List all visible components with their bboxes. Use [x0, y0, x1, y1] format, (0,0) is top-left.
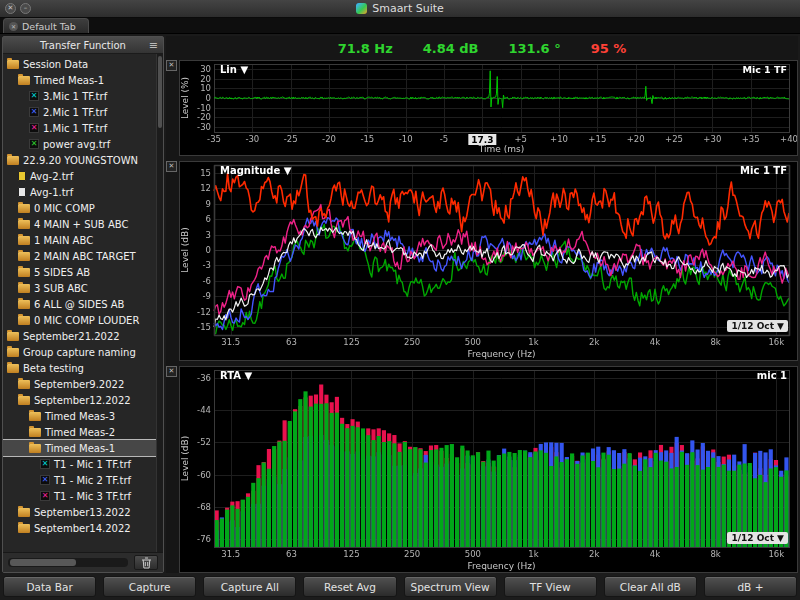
tree-item-label: 4 MAIN + SUB ABC — [34, 219, 128, 230]
tree-item[interactable]: Timed Meas-1 — [3, 72, 156, 88]
tree-item[interactable]: 5 SIDES AB — [3, 264, 156, 280]
window-controls: ✕ – — [5, 3, 31, 14]
trace-file-icon: ✕ — [29, 107, 39, 117]
tree-item-label: 0 MIC COMP LOUDER — [34, 315, 139, 326]
tree-item[interactable]: September21.2022 — [3, 328, 156, 344]
magnitude-plot[interactable] — [180, 162, 797, 360]
tree-item[interactable]: ✕1.Mic 1 TF.trf — [3, 120, 156, 136]
tree-item[interactable]: 6 ALL @ SIDES AB — [3, 296, 156, 312]
tree-item-label: Timed Meas-2 — [45, 427, 115, 438]
folder-icon — [7, 364, 19, 373]
file-icon — [18, 171, 26, 181]
rta-selector[interactable]: RTA ▼ — [220, 370, 252, 381]
clear-all-db-button[interactable]: Clear All dB — [604, 576, 697, 597]
ir-panel-close-icon[interactable]: ✕ — [166, 60, 177, 71]
tree-item[interactable]: Beta testing — [3, 360, 156, 376]
tree-item[interactable]: ✕2.Mic 1 TF.trf — [3, 104, 156, 120]
ir-scale-selector[interactable]: Lin ▼ — [220, 64, 248, 75]
tree-item[interactable]: 1 MAIN ABC — [3, 232, 156, 248]
rta-plot[interactable] — [180, 367, 797, 572]
rta-banding-selector[interactable]: 1/12 Oct ▼ — [727, 532, 788, 544]
tree-item[interactable]: Timed Meas-3 — [3, 408, 156, 424]
tree-item[interactable]: ✕power avg.trf — [3, 136, 156, 152]
app-icon — [356, 3, 367, 14]
tree-item[interactable]: 22.9.20 YOUNGSTOWN — [3, 152, 156, 168]
tree-item[interactable]: ✕3.Mic 1 TF.trf — [3, 88, 156, 104]
vscroll-thumb[interactable] — [158, 56, 162, 128]
hscroll-thumb[interactable] — [10, 559, 76, 566]
trace-file-icon: ✕ — [29, 139, 39, 149]
tree-item[interactable]: Session Data — [3, 56, 156, 72]
rta-source-selector[interactable]: mic 1 — [757, 370, 787, 381]
tree-item[interactable]: 2 MAIN ABC TARGET — [3, 248, 156, 264]
db-plus-button[interactable]: dB + — [704, 576, 797, 597]
magnitude-panel: Magnitude ▼ Mic 1 TF 1/12 Oct ▼ — [179, 161, 798, 361]
folder-icon — [29, 428, 41, 437]
delete-button[interactable] — [134, 555, 158, 570]
tree-item[interactable]: Avg-2.trf — [3, 168, 156, 184]
sidebar-bottom-bar — [3, 552, 163, 572]
tab-strip: ✕ Default Tab — [0, 18, 800, 34]
folder-icon — [18, 268, 30, 277]
ir-source-label[interactable]: Mic 1 TF — [742, 64, 787, 75]
tab-default[interactable]: ✕ Default Tab — [3, 18, 89, 33]
magnitude-panel-close-icon[interactable]: ✕ — [166, 161, 177, 172]
tree-item[interactable]: 0 MIC COMP — [3, 200, 156, 216]
folder-icon — [18, 284, 30, 293]
trace-file-icon: ✕ — [29, 123, 39, 133]
tree-item-label: Timed Meas-1 — [34, 75, 104, 86]
tree-item[interactable]: September12.2022 — [3, 392, 156, 408]
window-title: Smaart Suite — [372, 2, 444, 15]
tree-item-label: 0 MIC COMP — [34, 203, 95, 214]
window-close-button[interactable]: ✕ — [5, 3, 16, 14]
magnitude-selector[interactable]: Magnitude ▼ — [220, 165, 291, 176]
tree-item-label: September14.2022 — [34, 523, 131, 534]
tree-item-label: Timed Meas-1 — [45, 443, 115, 454]
capture-button[interactable]: Capture — [103, 576, 196, 597]
folder-icon — [7, 332, 19, 341]
data-bar-button[interactable]: Data Bar — [3, 576, 96, 597]
tree-item-label: 2.Mic 1 TF.trf — [43, 107, 107, 118]
tf-view-button[interactable]: TF View — [504, 576, 597, 597]
tree-item[interactable]: ✕T1 - Mic 2 TF.trf — [3, 472, 156, 488]
reset-avg-button[interactable]: Reset Avg — [303, 576, 396, 597]
tree-item-label: Beta testing — [23, 363, 84, 374]
tree-item-label: 1.Mic 1 TF.trf — [43, 123, 107, 134]
sidebar-header: Transfer Function ≡ — [3, 37, 163, 54]
tree-item[interactable]: September14.2022 — [3, 520, 156, 536]
tree-item[interactable]: September9.2022 — [3, 376, 156, 392]
sidebar-hscrollbar[interactable] — [8, 558, 128, 567]
live-ir-plot[interactable] — [180, 61, 797, 155]
trace-file-icon: ✕ — [40, 475, 50, 485]
trace-file-icon: ✕ — [40, 459, 50, 469]
tree-item[interactable]: Timed Meas-1 — [3, 440, 156, 456]
tree-item-label: 5 SIDES AB — [34, 267, 90, 278]
tree-item[interactable]: ✕T1 - Mic 3 TF.trf — [3, 488, 156, 504]
file-icon — [18, 187, 26, 197]
tree-item[interactable]: September13.2022 — [3, 504, 156, 520]
tree-item[interactable]: ✕T1 - Mic 1 TF.trf — [3, 456, 156, 472]
magnitude-banding-selector[interactable]: 1/12 Oct ▼ — [727, 320, 788, 332]
tree-item[interactable]: 0 MIC COMP LOUDER — [3, 312, 156, 328]
magnitude-source-label[interactable]: Mic 1 TF — [740, 165, 787, 176]
tree-item[interactable]: 3 SUB ABC — [3, 280, 156, 296]
folder-icon — [29, 444, 41, 453]
tree-item-label: Group capture naming — [23, 347, 136, 358]
tree-item[interactable]: 4 MAIN + SUB ABC — [3, 216, 156, 232]
tab-close-icon[interactable]: ✕ — [9, 22, 18, 31]
tree-item[interactable]: Timed Meas-2 — [3, 424, 156, 440]
capture-all-button[interactable]: Capture All — [203, 576, 296, 597]
tree-item-label: 6 ALL @ SIDES AB — [34, 299, 124, 310]
live-ir-panel: Lin ▼ Mic 1 TF — [179, 60, 798, 156]
tree-item[interactable]: Avg-1.trf — [3, 184, 156, 200]
folder-icon — [7, 348, 19, 357]
rta-panel-close-icon[interactable]: ✕ — [166, 366, 177, 377]
spectrum-view-button[interactable]: Spectrum View — [404, 576, 497, 597]
sidebar-vscrollbar[interactable] — [156, 54, 163, 552]
tab-label: Default Tab — [22, 21, 76, 32]
tree-item-label: power avg.trf — [43, 139, 110, 150]
menu-icon[interactable]: ≡ — [149, 40, 158, 51]
tree-item[interactable]: Group capture naming — [3, 344, 156, 360]
window-minimize-button[interactable]: – — [20, 3, 31, 14]
folder-icon — [18, 300, 30, 309]
